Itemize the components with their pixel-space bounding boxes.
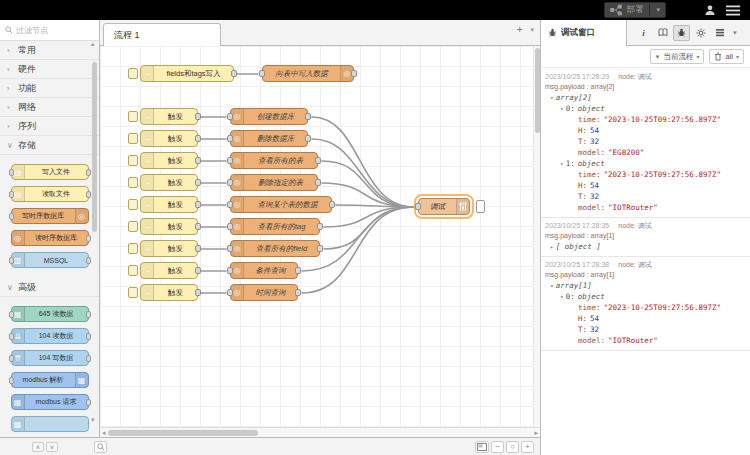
tree-closed-icon[interactable]: ▸ <box>550 243 554 250</box>
debug-tab-button[interactable] <box>673 25 690 41</box>
info-tab-button[interactable]: i <box>635 25 652 41</box>
output-port[interactable] <box>195 157 201 164</box>
inject-node-trigger[interactable]: →触发 <box>128 108 198 125</box>
canvas-search-button[interactable] <box>94 441 107 453</box>
expand-all-button[interactable]: ∨ <box>46 442 58 452</box>
input-port[interactable] <box>227 135 233 142</box>
context-tab-button[interactable] <box>711 25 728 41</box>
node-list-fields[interactable]: ◎查看所有的field <box>230 240 320 257</box>
flow-canvas[interactable]: → fields和tags写入 ◎ 向表中写入数据 →触发 ◎创建数据库 →触发… <box>100 46 540 427</box>
input-port[interactable] <box>227 245 233 252</box>
inject-button[interactable] <box>128 155 138 166</box>
inject-button[interactable] <box>128 133 138 144</box>
menu-button[interactable] <box>726 5 740 16</box>
tab-flow-1[interactable]: 流程 1 <box>103 23 221 46</box>
palette-node-write-tsdb[interactable]: ◎ 写时序数据库 <box>11 208 89 224</box>
palette-scrollbar[interactable]: ▴ ▾ <box>92 44 98 432</box>
output-port[interactable] <box>195 179 201 186</box>
inject-button[interactable] <box>128 111 138 122</box>
output-port[interactable] <box>195 135 201 142</box>
input-port[interactable] <box>415 203 421 210</box>
palette-node-read-tsdb[interactable]: ◎ 读时序数据库 <box>11 230 89 246</box>
scrollbar-thumb[interactable] <box>92 62 97 232</box>
palette-search-input[interactable] <box>16 26 86 35</box>
collapse-all-button[interactable]: ∧ <box>32 442 44 452</box>
input-port[interactable] <box>227 113 233 120</box>
output-port[interactable] <box>315 179 321 186</box>
output-port[interactable] <box>195 289 201 296</box>
inject-button[interactable] <box>128 243 138 254</box>
zoom-out-button[interactable]: − <box>491 441 504 453</box>
tree-open-icon[interactable]: ▾ <box>550 282 554 289</box>
input-port[interactable] <box>227 179 233 186</box>
output-port[interactable] <box>315 157 321 164</box>
inject-node-trigger[interactable]: →触发 <box>128 262 198 279</box>
inject-button[interactable] <box>128 265 138 276</box>
node-create-db[interactable]: ◎创建数据库 <box>230 108 308 125</box>
debug-enable-toggle[interactable] <box>476 200 485 213</box>
output-port[interactable] <box>195 113 201 120</box>
palette-category-storage[interactable]: ∨ 存储 <box>0 136 99 155</box>
output-port[interactable] <box>195 267 201 274</box>
deploy-button[interactable]: 部署 ▾ <box>604 2 666 18</box>
output-port[interactable] <box>295 289 301 296</box>
scroll-up-icon[interactable]: ▴ <box>91 40 95 48</box>
palette-category-sequence[interactable]: › 序列 <box>0 117 99 136</box>
palette-category-function[interactable]: › 功能 <box>0 79 99 98</box>
more-tabs-caret-icon[interactable]: ▾ <box>733 29 737 37</box>
help-tab-button[interactable] <box>654 25 671 41</box>
palette-node-104-write[interactable]: ⇈ 104 写数据 <box>11 350 89 366</box>
output-port[interactable] <box>317 223 323 230</box>
input-port[interactable] <box>227 157 233 164</box>
scroll-down-icon[interactable]: ▾ <box>91 416 95 424</box>
input-port[interactable] <box>227 289 233 296</box>
node-time-query[interactable]: ◎时间查询 <box>230 284 298 301</box>
add-flow-button[interactable]: + <box>517 25 523 35</box>
palette-category-hardware[interactable]: › 硬件 <box>0 60 99 79</box>
node-condition-query[interactable]: ◎条件查询 <box>230 262 298 279</box>
input-port[interactable] <box>227 201 233 208</box>
input-port[interactable] <box>259 70 265 77</box>
inject-node-trigger[interactable]: →触发 <box>128 196 198 213</box>
output-port[interactable] <box>305 135 311 142</box>
inject-button[interactable] <box>128 199 138 210</box>
filter-flow-button[interactable]: ▼ 当前流程 ▾ <box>650 49 705 64</box>
inject-node-trigger[interactable]: →触发 <box>128 284 198 301</box>
node-debug[interactable]: 调试 <box>418 198 470 215</box>
inject-button[interactable] <box>128 68 138 79</box>
palette-node-modbus-request[interactable]: ▦ modbus 请求 <box>11 394 89 410</box>
palette-search[interactable] <box>0 20 99 41</box>
node-delete-db[interactable]: ◎删除数据库 <box>230 130 308 147</box>
deploy-caret-icon[interactable]: ▾ <box>656 6 660 14</box>
palette-node-modbus-parse[interactable]: ▦ modbus 解析 <box>11 372 89 388</box>
inject-button[interactable] <box>128 221 138 232</box>
output-port[interactable] <box>195 223 201 230</box>
flow-list-button[interactable]: ▾ <box>530 25 534 35</box>
inject-node-trigger[interactable]: →触发 <box>128 218 198 235</box>
palette-node-mssql[interactable]: ▥ MSSQL <box>11 252 89 268</box>
output-port[interactable] <box>195 245 201 252</box>
palette-category-advanced[interactable]: ∨ 高级 <box>0 278 99 297</box>
output-port[interactable] <box>295 267 301 274</box>
palette-category-network[interactable]: › 网络 <box>0 98 99 117</box>
input-port[interactable] <box>227 267 233 274</box>
inject-node-trigger[interactable]: →触发 <box>128 152 198 169</box>
palette-node-read-file[interactable]: ▤ 读取文件 <box>11 186 89 202</box>
output-port[interactable] <box>317 245 323 252</box>
node-drop-table[interactable]: ◎删除指定的表 <box>230 174 318 191</box>
navigator-button[interactable] <box>475 441 489 453</box>
palette-node-104-read[interactable]: ⇊ 104 读数据 <box>11 328 89 344</box>
tree-open-icon[interactable]: ▾ <box>550 94 554 101</box>
user-button[interactable] <box>704 4 716 16</box>
inject-node-trigger[interactable]: →触发 <box>128 130 198 147</box>
inject-node-fields-tags[interactable]: → fields和tags写入 <box>128 65 234 82</box>
node-list-tables[interactable]: ◎查看所有的表 <box>230 152 318 169</box>
zoom-reset-button[interactable]: ○ <box>506 441 519 453</box>
output-port[interactable] <box>231 70 237 77</box>
inject-button[interactable] <box>128 177 138 188</box>
collapsed-object[interactable]: [ object ] <box>556 242 601 251</box>
canvas-vertical-scrollbar[interactable] <box>533 46 540 427</box>
input-port[interactable] <box>227 223 233 230</box>
tree-open-icon[interactable]: ▾ <box>560 105 564 112</box>
zoom-in-button[interactable]: + <box>521 441 534 453</box>
